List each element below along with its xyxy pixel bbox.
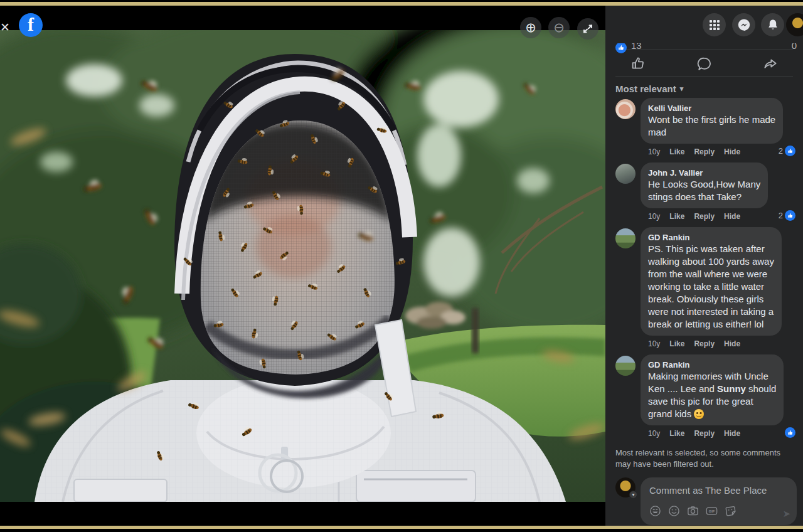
close-icon[interactable]: ✕ — [0, 19, 16, 36]
comment-author[interactable]: John J. Vallier — [648, 168, 760, 178]
comment-reactions-badge[interactable] — [783, 427, 795, 438]
gif-button[interactable]: GIF — [706, 505, 718, 517]
badge-count: 2 — [779, 146, 783, 156]
commenter-avatar[interactable] — [615, 99, 635, 119]
comment: Kelli Vallier Wont be the first girls he… — [615, 98, 793, 157]
comment-timestamp[interactable]: 10y — [648, 339, 660, 348]
composer-identity-avatar[interactable]: ▾ — [615, 477, 635, 497]
fullscreen-button[interactable] — [577, 18, 598, 40]
sort-dropdown[interactable]: Most relevant ▾ — [615, 82, 683, 95]
mention-link[interactable]: Sunny — [717, 383, 746, 394]
gif-label: GIF — [709, 509, 715, 513]
comment-text: Making memories with Uncle Ken .... Lee … — [648, 370, 776, 420]
comments-panel[interactable]: 13 0 — [605, 6, 803, 526]
share-arrow-icon — [762, 56, 779, 72]
like-reaction-icon — [785, 146, 795, 156]
comment-bubble: GD Rankin PS. This pic was taken after w… — [641, 227, 782, 336]
sort-label: Most relevant — [615, 83, 676, 94]
window-accent-bar-bottom — [0, 526, 803, 529]
comment-timestamp[interactable]: 10y — [648, 147, 660, 156]
badge-count: 2 — [779, 211, 783, 220]
comment-meta: 10y Like Reply Hide 2 — [648, 211, 793, 221]
share-button[interactable] — [737, 51, 803, 77]
bell-icon — [767, 19, 779, 31]
comment-bubble: John J. Vallier He Looks Good,How Many s… — [641, 162, 768, 208]
comment-input-placeholder: Comment as The Bee Place — [649, 485, 788, 496]
sticker-button[interactable] — [725, 505, 737, 517]
comments-list[interactable]: Kelli Vallier Wont be the first girls he… — [605, 98, 803, 526]
photo-viewer: ✕ f ⊕ ⊖ — [0, 6, 605, 526]
comment-reply-link[interactable]: Reply — [694, 339, 715, 348]
facebook-logo[interactable]: f — [19, 13, 43, 37]
notifications-button[interactable] — [761, 13, 784, 36]
comment-reply-link[interactable]: Reply — [694, 212, 715, 221]
filter-note: Most relevant is selected, so some comme… — [615, 447, 793, 470]
photo — [0, 30, 605, 502]
comment-timestamp[interactable]: 10y — [648, 429, 660, 438]
comment-bubble: Kelli Vallier Wont be the first girls he… — [641, 98, 783, 144]
chevron-down-icon: ▾ — [680, 85, 684, 93]
comment-reply-link[interactable]: Reply — [694, 147, 715, 156]
comment-like-link[interactable]: Like — [669, 339, 684, 348]
comment-meta: 10y Like Reply Hide — [648, 428, 793, 439]
comment-bubble: GD Rankin Making memories with Uncle Ken… — [641, 354, 784, 425]
send-comment-button[interactable]: ➤ — [782, 508, 790, 519]
comment-composer: ▾ Comment as The Bee Place — [615, 477, 797, 525]
comment-hide-link[interactable]: Hide — [724, 429, 740, 438]
comment: GD Rankin Making memories with Uncle Ken… — [615, 354, 793, 439]
fullscreen-icon — [582, 23, 594, 35]
apps-grid-icon — [709, 19, 720, 31]
zoom-in-button[interactable]: ⊕ — [520, 17, 541, 38]
chevron-down-icon: ▾ — [629, 491, 637, 499]
window-accent-bar-top — [0, 2, 803, 6]
camera-button[interactable] — [687, 505, 699, 517]
comment-meta: 10y Like Reply Hide 2 — [648, 147, 793, 157]
commenter-avatar[interactable] — [615, 228, 635, 248]
like-reaction-icon — [615, 42, 627, 53]
comment-button[interactable] — [671, 51, 737, 77]
comment-text: Wont be the first girls he made mad — [648, 114, 775, 139]
profile-avatar[interactable] — [786, 13, 803, 36]
comment-author[interactable]: GD Rankin — [648, 359, 776, 370]
comment-author[interactable]: Kelli Vallier — [648, 103, 775, 114]
feedback-actions — [605, 51, 803, 77]
comment-hide-link[interactable]: Hide — [724, 212, 740, 221]
apps-menu-button[interactable] — [703, 13, 726, 36]
commenter-avatar[interactable] — [615, 164, 635, 184]
comment-like-link[interactable]: Like — [669, 147, 684, 156]
comment: GD Rankin PS. This pic was taken after w… — [615, 227, 793, 349]
comment-meta: 10y Like Reply Hide — [648, 339, 793, 349]
like-button[interactable] — [605, 51, 671, 77]
facebook-photo-viewer-window: ✕ f ⊕ ⊖ — [0, 0, 803, 532]
messenger-icon — [737, 18, 751, 32]
comment-like-link[interactable]: Like — [669, 429, 684, 438]
commenter-avatar[interactable] — [615, 356, 635, 376]
comment-input[interactable]: Comment as The Bee Place GIF — [641, 477, 797, 525]
comment-reply-link[interactable]: Reply — [694, 429, 715, 438]
comment-hide-link[interactable]: Hide — [724, 147, 740, 156]
like-reaction-icon — [785, 427, 795, 438]
divider — [615, 77, 793, 77]
messenger-button[interactable] — [732, 13, 755, 36]
comment: John J. Vallier He Looks Good,How Many s… — [615, 162, 793, 221]
comment-reactions-badge[interactable]: 2 — [779, 146, 795, 156]
comment-reactions-badge[interactable]: 2 — [779, 210, 795, 221]
comment-text: He Looks Good,How Many stings does that … — [648, 178, 760, 203]
smirk-emoji-icon: 😏 — [694, 409, 704, 419]
panel-header — [605, 6, 803, 43]
like-thumb-icon — [630, 56, 647, 72]
zoom-out-button[interactable]: ⊖ — [548, 17, 570, 38]
emoji-button[interactable] — [668, 505, 680, 517]
comment-like-link[interactable]: Like — [669, 212, 684, 221]
comment-author[interactable]: GD Rankin — [648, 232, 774, 243]
composer-toolbar: GIF — [649, 505, 788, 517]
comment-hide-link[interactable]: Hide — [724, 339, 740, 348]
avatar-sticker-button[interactable] — [649, 505, 661, 517]
comment-text: PS. This pic was taken after walking abo… — [648, 243, 774, 331]
like-reaction-icon — [785, 210, 795, 221]
comment-bubble-icon — [696, 56, 713, 72]
comment-timestamp[interactable]: 10y — [648, 212, 660, 221]
